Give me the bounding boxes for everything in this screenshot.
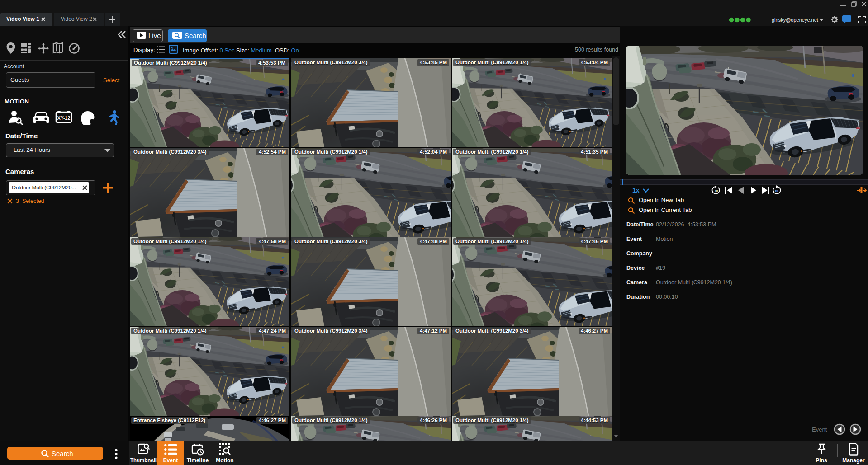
svg-text:10: 10: [775, 189, 778, 193]
svg-text:XY-12: XY-12: [57, 115, 71, 121]
svg-text:10: 10: [715, 189, 718, 193]
